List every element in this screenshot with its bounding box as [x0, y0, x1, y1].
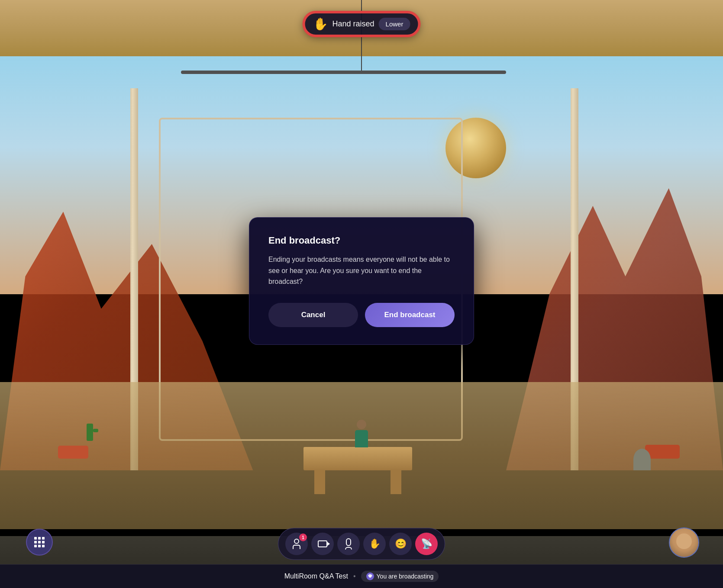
broadcasting-badge: You are broadcasting [361, 571, 439, 582]
hand-raised-label: Hand raised [332, 19, 374, 29]
chair-right [645, 431, 680, 459]
lower-hand-button[interactable]: Lower [379, 18, 410, 30]
camera-button[interactable] [311, 533, 334, 555]
participants-badge: 1 [299, 533, 307, 541]
mic-icon [345, 538, 352, 549]
chair-left [58, 433, 88, 459]
room-name: MultiRoom Q&A Test [284, 572, 348, 580]
grid-icon [34, 537, 45, 547]
hand-icon: ✋ [369, 538, 381, 549]
emoji-button[interactable]: 😊 [389, 533, 412, 555]
broadcasting-status-icon [366, 572, 374, 580]
fireplace [633, 449, 651, 470]
mic-body [346, 538, 351, 546]
svg-point-0 [369, 575, 371, 578]
broadcast-button[interactable]: 📡 [415, 533, 438, 555]
user-avatar-face [670, 528, 698, 557]
mic-base [345, 547, 352, 549]
user-avatar-button[interactable] [669, 527, 699, 558]
raise-hand-button[interactable]: ✋ [363, 533, 386, 555]
status-bar: MultiRoom Q&A Test • You are broadcastin… [0, 564, 723, 588]
person-head [294, 539, 299, 544]
camera-icon [318, 540, 327, 547]
person-icon [293, 539, 300, 549]
hand-raised-notification: ✋ Hand raised Lower [304, 12, 420, 36]
light-bar [181, 71, 507, 74]
grid-menu-button[interactable] [26, 529, 53, 556]
microphone-button[interactable] [337, 533, 360, 555]
scene-avatar-head [357, 420, 366, 429]
broadcasting-text: You are broadcasting [377, 573, 434, 580]
modal-title: End broadcast? [268, 235, 455, 246]
end-broadcast-button[interactable]: End broadcast [365, 303, 455, 327]
broadcast-icon: 📡 [421, 538, 433, 549]
participants-button[interactable]: 1 [285, 533, 308, 555]
hand-raised-icon: ✋ [313, 18, 328, 30]
scene-avatar [351, 420, 372, 459]
user-avatar-head [676, 533, 692, 549]
modal-buttons: Cancel End broadcast [268, 303, 455, 327]
person-body [293, 545, 300, 549]
modal-body: Ending your broadcasts means everyone wi… [268, 254, 455, 287]
end-broadcast-dialog: End broadcast? Ending your broadcasts me… [249, 217, 474, 345]
status-separator: • [353, 572, 356, 580]
control-bar: 1 ✋ 😊 📡 [278, 528, 445, 560]
scene-avatar-body [355, 430, 368, 447]
smiley-icon: 😊 [395, 538, 407, 549]
cancel-button[interactable]: Cancel [268, 303, 358, 327]
